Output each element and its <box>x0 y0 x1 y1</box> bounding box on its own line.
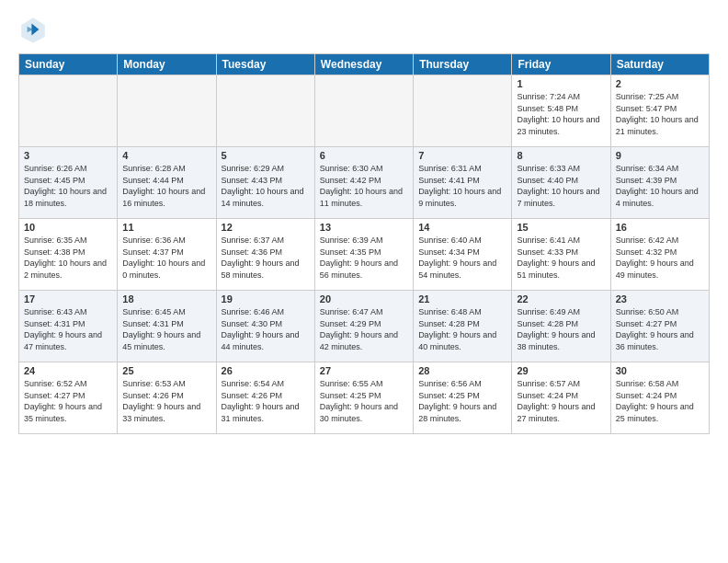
logo-icon <box>18 15 48 44</box>
day-cell-7: 7Sunrise: 6:31 AM Sunset: 4:41 PM Daylig… <box>414 147 512 219</box>
day-number: 20 <box>320 293 408 304</box>
day-number: 5 <box>222 150 310 161</box>
day-number: 9 <box>616 150 704 161</box>
week-row-5: 24Sunrise: 6:52 AM Sunset: 4:27 PM Dayli… <box>19 362 710 434</box>
day-info: Sunrise: 6:50 AM Sunset: 4:27 PM Dayligh… <box>616 306 704 352</box>
day-info: Sunrise: 6:49 AM Sunset: 4:28 PM Dayligh… <box>517 306 605 352</box>
week-row-4: 17Sunrise: 6:43 AM Sunset: 4:31 PM Dayli… <box>19 291 710 362</box>
day-info: Sunrise: 6:43 AM Sunset: 4:31 PM Dayligh… <box>24 306 112 352</box>
day-info: Sunrise: 6:48 AM Sunset: 4:28 PM Dayligh… <box>418 306 506 352</box>
week-row-3: 10Sunrise: 6:35 AM Sunset: 4:38 PM Dayli… <box>19 219 710 291</box>
calendar: SundayMondayTuesdayWednesdayThursdayFrid… <box>18 53 710 434</box>
day-cell-16: 16Sunrise: 6:42 AM Sunset: 4:32 PM Dayli… <box>610 219 709 291</box>
day-cell-3: 3Sunrise: 6:26 AM Sunset: 4:45 PM Daylig… <box>19 147 118 219</box>
day-info: Sunrise: 6:47 AM Sunset: 4:29 PM Dayligh… <box>320 306 408 352</box>
day-number: 16 <box>616 222 704 233</box>
day-number: 8 <box>517 150 605 161</box>
day-info: Sunrise: 6:28 AM Sunset: 4:44 PM Dayligh… <box>122 163 210 209</box>
day-info: Sunrise: 6:58 AM Sunset: 4:24 PM Dayligh… <box>616 378 704 424</box>
day-info: Sunrise: 6:31 AM Sunset: 4:41 PM Dayligh… <box>418 163 506 209</box>
weekday-header-tuesday: Tuesday <box>216 54 314 75</box>
week-row-2: 3Sunrise: 6:26 AM Sunset: 4:45 PM Daylig… <box>19 147 710 219</box>
day-number: 14 <box>418 222 506 233</box>
day-number: 27 <box>320 365 408 376</box>
day-number: 1 <box>517 78 605 89</box>
day-info: Sunrise: 6:57 AM Sunset: 4:24 PM Dayligh… <box>517 378 605 424</box>
day-number: 6 <box>320 150 408 161</box>
day-info: Sunrise: 6:45 AM Sunset: 4:31 PM Dayligh… <box>122 306 210 352</box>
day-number: 12 <box>222 222 310 233</box>
day-info: Sunrise: 6:29 AM Sunset: 4:43 PM Dayligh… <box>222 163 310 209</box>
day-cell-24: 24Sunrise: 6:52 AM Sunset: 4:27 PM Dayli… <box>19 362 118 434</box>
day-cell-26: 26Sunrise: 6:54 AM Sunset: 4:26 PM Dayli… <box>216 362 314 434</box>
weekday-header-monday: Monday <box>118 54 216 75</box>
day-number: 24 <box>24 365 112 376</box>
header <box>18 15 710 44</box>
day-number: 3 <box>24 150 112 161</box>
day-cell-10: 10Sunrise: 6:35 AM Sunset: 4:38 PM Dayli… <box>19 219 118 291</box>
weekday-header-thursday: Thursday <box>414 54 512 75</box>
day-cell-4: 4Sunrise: 6:28 AM Sunset: 4:44 PM Daylig… <box>118 147 216 219</box>
day-info: Sunrise: 6:40 AM Sunset: 4:34 PM Dayligh… <box>418 235 506 281</box>
day-cell-11: 11Sunrise: 6:36 AM Sunset: 4:37 PM Dayli… <box>118 219 216 291</box>
day-cell-19: 19Sunrise: 6:46 AM Sunset: 4:30 PM Dayli… <box>216 291 314 362</box>
day-cell-22: 22Sunrise: 6:49 AM Sunset: 4:28 PM Dayli… <box>512 291 610 362</box>
day-info: Sunrise: 6:56 AM Sunset: 4:25 PM Dayligh… <box>418 378 506 424</box>
day-cell-23: 23Sunrise: 6:50 AM Sunset: 4:27 PM Dayli… <box>610 291 709 362</box>
weekday-header-friday: Friday <box>512 54 610 75</box>
day-number: 10 <box>24 222 112 233</box>
weekday-header-wednesday: Wednesday <box>314 54 413 75</box>
day-info: Sunrise: 6:35 AM Sunset: 4:38 PM Dayligh… <box>24 235 112 281</box>
day-cell-25: 25Sunrise: 6:53 AM Sunset: 4:26 PM Dayli… <box>118 362 216 434</box>
page: SundayMondayTuesdayWednesdayThursdayFrid… <box>0 0 728 563</box>
day-cell-12: 12Sunrise: 6:37 AM Sunset: 4:36 PM Dayli… <box>216 219 314 291</box>
day-cell-28: 28Sunrise: 6:56 AM Sunset: 4:25 PM Dayli… <box>414 362 512 434</box>
day-number: 29 <box>517 365 605 376</box>
day-cell-15: 15Sunrise: 6:41 AM Sunset: 4:33 PM Dayli… <box>512 219 610 291</box>
day-info: Sunrise: 6:39 AM Sunset: 4:35 PM Dayligh… <box>320 235 408 281</box>
day-number: 15 <box>517 222 605 233</box>
day-info: Sunrise: 6:53 AM Sunset: 4:26 PM Dayligh… <box>122 378 210 424</box>
weekday-header-saturday: Saturday <box>610 54 709 75</box>
day-number: 30 <box>616 365 704 376</box>
day-cell-29: 29Sunrise: 6:57 AM Sunset: 4:24 PM Dayli… <box>512 362 610 434</box>
day-cell-13: 13Sunrise: 6:39 AM Sunset: 4:35 PM Dayli… <box>314 219 413 291</box>
day-cell-20: 20Sunrise: 6:47 AM Sunset: 4:29 PM Dayli… <box>314 291 413 362</box>
day-cell-30: 30Sunrise: 6:58 AM Sunset: 4:24 PM Dayli… <box>610 362 709 434</box>
day-number: 7 <box>418 150 506 161</box>
day-number: 21 <box>418 293 506 304</box>
day-info: Sunrise: 7:25 AM Sunset: 5:47 PM Dayligh… <box>616 91 704 137</box>
day-info: Sunrise: 6:54 AM Sunset: 4:26 PM Dayligh… <box>222 378 310 424</box>
day-cell-empty-3 <box>314 75 413 147</box>
day-number: 25 <box>122 365 210 376</box>
day-number: 28 <box>418 365 506 376</box>
day-cell-empty-0 <box>19 75 118 147</box>
day-cell-14: 14Sunrise: 6:40 AM Sunset: 4:34 PM Dayli… <box>414 219 512 291</box>
day-info: Sunrise: 6:26 AM Sunset: 4:45 PM Dayligh… <box>24 163 112 209</box>
day-info: Sunrise: 6:37 AM Sunset: 4:36 PM Dayligh… <box>222 235 310 281</box>
day-number: 17 <box>24 293 112 304</box>
day-number: 22 <box>517 293 605 304</box>
day-number: 2 <box>616 78 704 89</box>
day-cell-27: 27Sunrise: 6:55 AM Sunset: 4:25 PM Dayli… <box>314 362 413 434</box>
logo <box>18 15 51 44</box>
day-info: Sunrise: 6:30 AM Sunset: 4:42 PM Dayligh… <box>320 163 408 209</box>
day-cell-17: 17Sunrise: 6:43 AM Sunset: 4:31 PM Dayli… <box>19 291 118 362</box>
day-number: 19 <box>222 293 310 304</box>
day-cell-2: 2Sunrise: 7:25 AM Sunset: 5:47 PM Daylig… <box>610 75 709 147</box>
day-info: Sunrise: 6:55 AM Sunset: 4:25 PM Dayligh… <box>320 378 408 424</box>
day-info: Sunrise: 6:33 AM Sunset: 4:40 PM Dayligh… <box>517 163 605 209</box>
day-info: Sunrise: 6:42 AM Sunset: 4:32 PM Dayligh… <box>616 235 704 281</box>
day-info: Sunrise: 6:46 AM Sunset: 4:30 PM Dayligh… <box>222 306 310 352</box>
day-number: 13 <box>320 222 408 233</box>
day-info: Sunrise: 6:41 AM Sunset: 4:33 PM Dayligh… <box>517 235 605 281</box>
weekday-header-sunday: Sunday <box>19 54 118 75</box>
day-number: 4 <box>122 150 210 161</box>
day-cell-6: 6Sunrise: 6:30 AM Sunset: 4:42 PM Daylig… <box>314 147 413 219</box>
day-info: Sunrise: 6:34 AM Sunset: 4:39 PM Dayligh… <box>616 163 704 209</box>
day-info: Sunrise: 6:52 AM Sunset: 4:27 PM Dayligh… <box>24 378 112 424</box>
day-cell-9: 9Sunrise: 6:34 AM Sunset: 4:39 PM Daylig… <box>610 147 709 219</box>
day-cell-empty-2 <box>216 75 314 147</box>
day-number: 26 <box>222 365 310 376</box>
day-number: 11 <box>122 222 210 233</box>
